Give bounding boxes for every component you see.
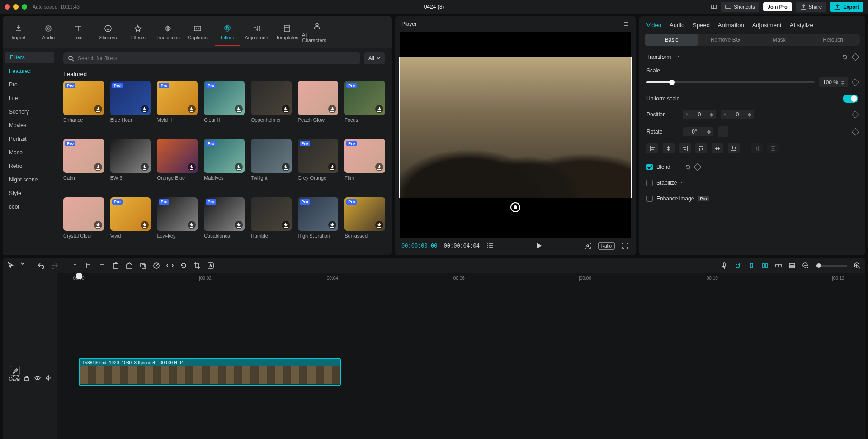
player-menu-icon[interactable] bbox=[623, 21, 629, 27]
magnet-snap-icon[interactable] bbox=[734, 262, 741, 269]
stabilize-section[interactable]: Stabilize bbox=[639, 175, 865, 191]
align-vcenter-icon[interactable] bbox=[712, 143, 723, 153]
category-retro[interactable]: Retro bbox=[3, 159, 57, 173]
zoom-in-icon[interactable] bbox=[854, 262, 861, 269]
category-life[interactable]: Life bbox=[3, 91, 57, 105]
filter-card[interactable]: Crystal Clear bbox=[63, 197, 104, 251]
close-window-icon[interactable] bbox=[5, 4, 10, 10]
redo-icon[interactable] bbox=[51, 262, 58, 269]
minimize-window-icon[interactable] bbox=[13, 4, 19, 10]
filter-card[interactable]: ProBlue Hour bbox=[110, 81, 151, 134]
filter-all-button[interactable]: All bbox=[364, 52, 385, 64]
download-icon[interactable] bbox=[376, 222, 382, 228]
maximize-window-icon[interactable] bbox=[22, 4, 27, 10]
category-night-scene[interactable]: Night scene bbox=[3, 173, 57, 186]
eye-icon[interactable] bbox=[34, 375, 41, 381]
toggle-tracks-icon[interactable] bbox=[775, 262, 782, 269]
filter-card[interactable]: ProEnhance bbox=[63, 81, 104, 134]
fullscreen-icon[interactable] bbox=[621, 242, 629, 250]
inspector-subtab-remove-bg[interactable]: Remove BG bbox=[698, 34, 752, 46]
rotate-flip-button[interactable]: – bbox=[718, 126, 728, 137]
keyframe-icon[interactable] bbox=[852, 79, 859, 86]
filter-card[interactable]: ProFilm bbox=[344, 139, 385, 192]
mic-icon[interactable] bbox=[721, 262, 728, 269]
keyframe-icon[interactable] bbox=[852, 53, 859, 61]
download-icon[interactable] bbox=[329, 222, 335, 228]
filter-card[interactable]: ProMaldives bbox=[204, 139, 245, 192]
align-bottom-icon[interactable] bbox=[728, 143, 740, 153]
align-hcenter-icon[interactable] bbox=[663, 143, 675, 153]
inspector-subtab-basic[interactable]: Basic bbox=[645, 34, 698, 46]
position-x-input[interactable]: X0 bbox=[683, 110, 716, 119]
crop-icon[interactable] bbox=[193, 262, 201, 269]
playhead[interactable] bbox=[79, 273, 79, 439]
filter-card[interactable]: Orange Blue bbox=[157, 139, 198, 192]
scale-value[interactable]: 100 % bbox=[819, 77, 848, 87]
category-style[interactable]: Style bbox=[3, 186, 57, 200]
speed-icon[interactable] bbox=[153, 262, 160, 269]
search-input[interactable] bbox=[78, 55, 356, 62]
tab-ai-characters[interactable]: AI Characters bbox=[302, 16, 332, 48]
ratio-button[interactable]: Ratio bbox=[598, 242, 615, 250]
category-mono[interactable]: Mono bbox=[3, 146, 57, 159]
tab-effects[interactable]: Effects bbox=[123, 16, 153, 48]
align-top-icon[interactable] bbox=[695, 143, 707, 153]
download-icon[interactable] bbox=[283, 222, 289, 228]
stabilize-checkbox[interactable] bbox=[646, 180, 653, 186]
filter-card[interactable]: ProVivid bbox=[110, 197, 151, 251]
download-icon[interactable] bbox=[189, 222, 195, 228]
mirror-icon[interactable] bbox=[166, 262, 174, 269]
position-y-input[interactable]: Y0 bbox=[721, 110, 754, 119]
download-icon[interactable] bbox=[376, 164, 382, 170]
inspector-subtab-mask[interactable]: Mask bbox=[752, 34, 806, 46]
tab-adjustment[interactable]: Adjustment bbox=[242, 16, 272, 48]
search-field[interactable] bbox=[63, 52, 360, 64]
timeline-ruler[interactable]: 00:00|00:02|00:04|00:06|00:08|00:10|00:1… bbox=[57, 273, 865, 284]
tab-stickers[interactable]: Stickers bbox=[93, 16, 123, 48]
play-button-icon[interactable] bbox=[535, 242, 543, 250]
inspector-tab-video[interactable]: Video bbox=[646, 22, 661, 29]
rotate-icon[interactable] bbox=[180, 262, 187, 269]
collapse-tracks-icon[interactable] bbox=[788, 262, 796, 269]
shortcuts-button[interactable]: Shortcuts bbox=[721, 2, 759, 12]
filter-card[interactable]: Oppenheimer bbox=[251, 81, 292, 134]
preview-snap-icon[interactable] bbox=[761, 262, 769, 269]
link-tracks-icon[interactable] bbox=[748, 262, 755, 269]
align-right-icon[interactable] bbox=[679, 143, 691, 153]
reset-icon[interactable] bbox=[842, 54, 848, 60]
distribute-v-icon[interactable] bbox=[767, 143, 779, 153]
download-icon[interactable] bbox=[283, 164, 289, 170]
inspector-tab-ai-stylize[interactable]: AI stylize bbox=[790, 22, 813, 29]
category-scenery[interactable]: Scenery bbox=[3, 105, 57, 119]
tab-transitions[interactable]: Transitions bbox=[153, 16, 183, 48]
category-movies[interactable]: Movies bbox=[3, 119, 57, 132]
uniform-scale-toggle[interactable] bbox=[843, 95, 858, 103]
blend-checkbox[interactable] bbox=[646, 164, 653, 170]
download-icon[interactable] bbox=[376, 106, 382, 112]
inspector-subtab-retouch[interactable]: Retouch bbox=[806, 34, 860, 46]
download-icon[interactable] bbox=[142, 106, 148, 112]
inspector-tab-animation[interactable]: Animation bbox=[718, 22, 744, 29]
tab-filters[interactable]: Filters bbox=[212, 16, 242, 48]
filter-card[interactable]: ProClear II bbox=[204, 81, 245, 134]
zoom-out-icon[interactable] bbox=[802, 262, 809, 269]
distribute-h-icon[interactable] bbox=[751, 143, 763, 153]
inspector-tab-speed[interactable]: Speed bbox=[693, 22, 710, 29]
category-cool[interactable]: cool bbox=[3, 200, 57, 214]
preview-viewport[interactable] bbox=[400, 32, 631, 238]
filter-card[interactable]: ProGrey Orange bbox=[298, 139, 339, 192]
tab-templates[interactable]: Templates bbox=[272, 16, 302, 48]
trim-left-icon[interactable] bbox=[85, 262, 92, 269]
download-icon[interactable] bbox=[236, 164, 242, 170]
blend-section[interactable]: Blend bbox=[639, 159, 865, 175]
filter-card[interactable]: ProCasablanca bbox=[204, 197, 245, 251]
filter-card[interactable]: ProFocus bbox=[344, 81, 385, 134]
timeline-tracks[interactable]: 00:00|00:02|00:04|00:06|00:08|00:10|00:1… bbox=[57, 273, 865, 439]
layout-icon[interactable] bbox=[711, 4, 717, 10]
tab-import[interactable]: Import bbox=[4, 16, 33, 48]
transform-section-header[interactable]: Transform bbox=[639, 50, 865, 64]
filter-card[interactable]: ProHigh S…ration bbox=[298, 197, 339, 251]
marker-icon[interactable] bbox=[126, 262, 133, 269]
scale-slider[interactable] bbox=[646, 81, 815, 83]
align-left-icon[interactable] bbox=[646, 143, 658, 153]
